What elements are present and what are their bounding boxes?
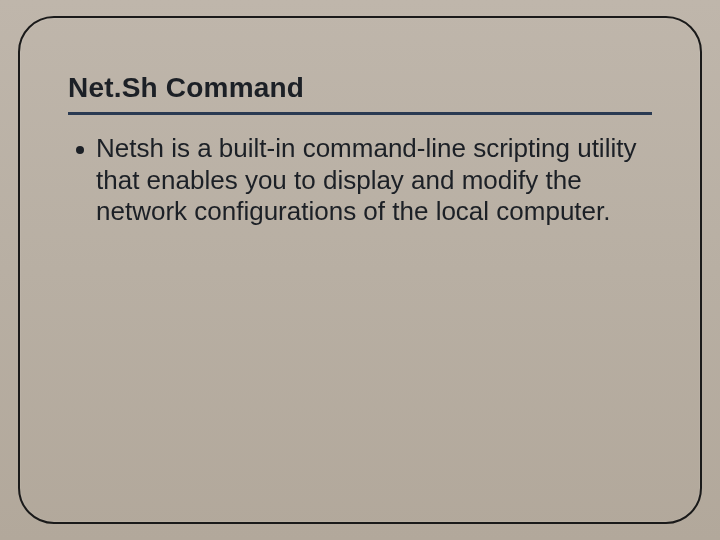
- slide-content: Net.Sh Command Netsh is a built-in comma…: [68, 72, 652, 228]
- slide-frame: Net.Sh Command Netsh is a built-in comma…: [18, 16, 702, 524]
- bullet-text: Netsh is a built-in command-line scripti…: [94, 133, 652, 228]
- slide-title: Net.Sh Command: [68, 72, 652, 110]
- bullet-icon: [76, 146, 84, 154]
- title-underline: [68, 112, 652, 115]
- bullet-item: Netsh is a built-in command-line scripti…: [68, 133, 652, 228]
